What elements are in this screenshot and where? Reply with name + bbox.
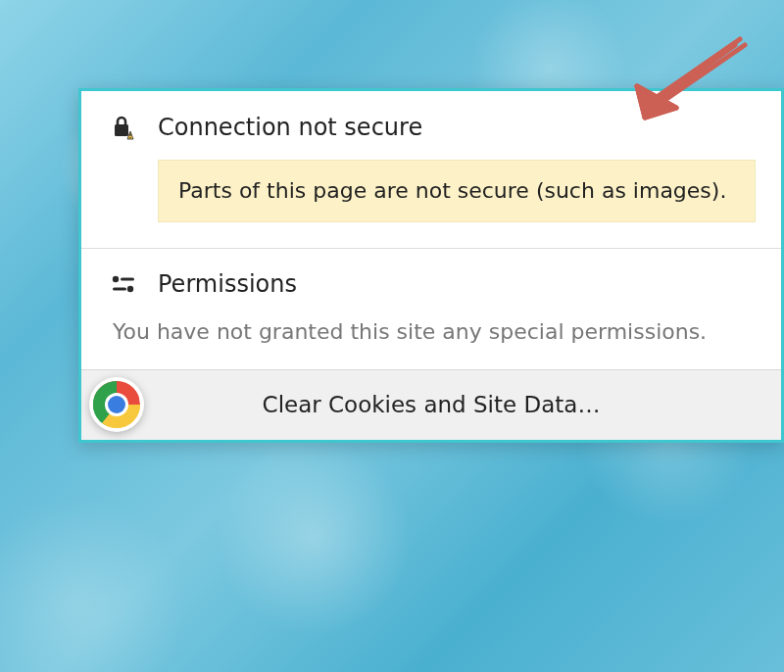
clear-cookies-label: Clear Cookies and Site Data… bbox=[263, 392, 601, 417]
permissions-header: Permissions bbox=[107, 270, 756, 298]
svg-rect-4 bbox=[121, 277, 134, 280]
permissions-icon bbox=[107, 273, 140, 295]
connection-section: Connection not secure Parts of this page… bbox=[81, 91, 781, 248]
connection-warning-banner: Parts of this page are not secure (such … bbox=[158, 160, 756, 222]
svg-point-3 bbox=[113, 275, 119, 281]
svg-point-5 bbox=[127, 285, 133, 291]
lock-warning-icon bbox=[107, 113, 140, 142]
site-info-popup: Connection not secure Parts of this page… bbox=[78, 88, 784, 443]
connection-title: Connection not secure bbox=[158, 114, 422, 141]
svg-rect-0 bbox=[115, 124, 128, 136]
permissions-message: You have not granted this site any speci… bbox=[107, 319, 756, 344]
svg-rect-6 bbox=[113, 287, 126, 290]
connection-header: Connection not secure bbox=[107, 113, 756, 142]
permissions-section: Permissions You have not granted this si… bbox=[81, 248, 781, 369]
svg-point-11 bbox=[108, 396, 125, 413]
permissions-title: Permissions bbox=[158, 270, 297, 298]
svg-rect-1 bbox=[129, 133, 130, 136]
svg-rect-2 bbox=[129, 137, 130, 138]
chrome-icon bbox=[87, 375, 146, 434]
clear-cookies-button[interactable]: Clear Cookies and Site Data… bbox=[81, 369, 781, 440]
